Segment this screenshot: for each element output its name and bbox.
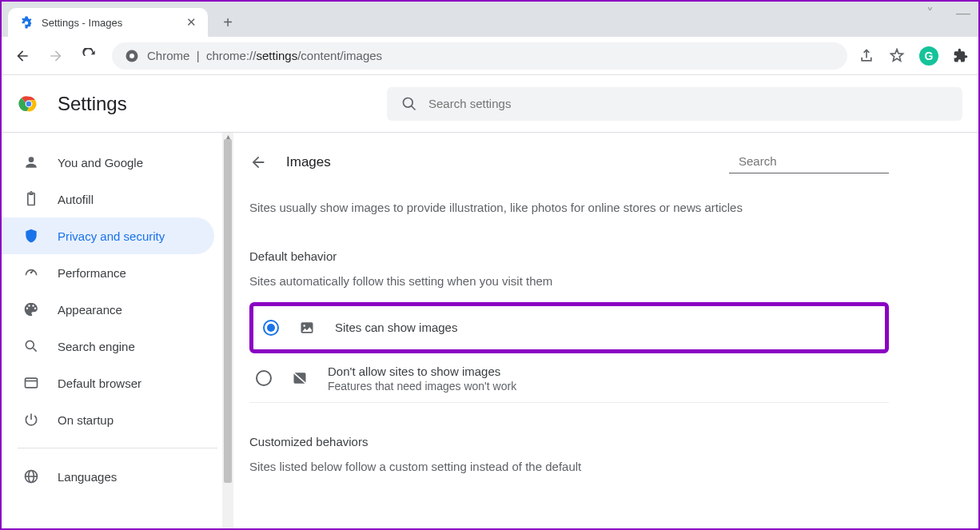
radio-unchecked-icon <box>256 370 272 386</box>
reload-button[interactable] <box>78 45 101 67</box>
tab-strip: Settings - Images ✕ + <box>2 2 978 37</box>
content-area: Images Sites usually show images to prov… <box>233 133 978 528</box>
caret-down-icon[interactable]: ˅ <box>926 5 934 22</box>
svg-line-9 <box>34 349 37 352</box>
search-icon <box>22 337 40 355</box>
sidebar-scrollbar-track[interactable]: ▴ <box>222 133 233 528</box>
radio-sublabel: Features that need images won't work <box>328 380 516 393</box>
default-behavior-heading: Default behavior <box>249 249 889 263</box>
svg-point-1 <box>129 54 134 58</box>
svg-point-18 <box>303 325 305 327</box>
content-header: Images <box>249 150 889 173</box>
sidebar-item-label: On startup <box>58 413 114 427</box>
sidebar-item-privacy-security[interactable]: Privacy and security <box>2 217 214 254</box>
chrome-icon <box>125 49 139 63</box>
content-title: Images <box>286 154 331 170</box>
sidebar-scrollbar-thumb[interactable] <box>224 139 232 483</box>
minimize-icon[interactable]: ― <box>956 5 970 22</box>
toolbar-actions: G <box>858 46 969 66</box>
close-tab-icon[interactable]: ✕ <box>186 15 197 30</box>
person-icon <box>22 153 40 171</box>
radio-checked-icon <box>263 320 279 336</box>
default-behavior-subtext: Sites automatically follow this setting … <box>249 274 889 288</box>
svg-point-8 <box>26 341 34 349</box>
clipboard-icon <box>22 190 40 208</box>
chrome-logo-icon <box>18 93 40 115</box>
content-search-input[interactable] <box>739 154 890 168</box>
radio-text-block: Don't allow sites to show images Feature… <box>328 365 516 393</box>
radio-option-allow-images[interactable]: Sites can show images <box>257 309 882 346</box>
radio-label: Don't allow sites to show images <box>328 365 516 378</box>
share-icon[interactable] <box>858 48 874 64</box>
image-icon <box>298 319 316 337</box>
sidebar-divider <box>18 448 217 448</box>
settings-gear-icon <box>19 15 34 30</box>
sidebar-item-label: You and Google <box>58 156 143 169</box>
sidebar-item-label: Autofill <box>58 193 94 206</box>
sidebar-item-on-startup[interactable]: On startup <box>2 401 214 438</box>
svg-rect-10 <box>26 378 38 388</box>
sidebar: You and Google Autofill Privacy and secu… <box>2 133 233 528</box>
search-settings-input[interactable] <box>428 97 948 110</box>
customized-behaviors-heading: Customized behaviors <box>249 435 889 448</box>
address-bar[interactable]: Chrome | chrome://settings/content/image… <box>112 42 847 70</box>
grammarly-extension-icon[interactable]: G <box>919 46 938 66</box>
forward-button[interactable] <box>45 45 67 67</box>
power-icon <box>22 411 40 428</box>
sidebar-item-label: Languages <box>58 470 117 484</box>
bookmark-star-icon[interactable] <box>889 48 905 64</box>
page-title: Settings <box>58 93 127 115</box>
svg-point-7 <box>30 272 33 274</box>
omnibox-text: Chrome | chrome://settings/content/image… <box>147 49 382 62</box>
highlight-annotation: Sites can show images <box>249 302 889 353</box>
content-back-button[interactable] <box>249 153 267 171</box>
browser-tab[interactable]: Settings - Images ✕ <box>8 8 208 37</box>
sidebar-item-label: Appearance <box>58 303 122 317</box>
radio-option-block-images[interactable]: Don't allow sites to show images Feature… <box>249 355 889 403</box>
image-blocked-icon <box>291 369 309 387</box>
content-search-box[interactable] <box>729 150 889 173</box>
sidebar-item-label: Privacy and security <box>58 229 165 243</box>
palette-icon <box>22 301 40 318</box>
window-controls: ˅ ― <box>926 5 970 22</box>
extensions-icon[interactable] <box>953 48 969 64</box>
new-tab-button[interactable]: + <box>216 10 240 34</box>
svg-point-5 <box>404 98 413 107</box>
back-button[interactable] <box>11 45 34 67</box>
sidebar-item-autofill[interactable]: Autofill <box>2 181 214 217</box>
sidebar-item-search-engine[interactable]: Search engine <box>2 328 214 365</box>
customized-behaviors-subtext: Sites listed below follow a custom setti… <box>249 460 889 473</box>
tab-title: Settings - Images <box>42 17 178 29</box>
sidebar-item-label: Default browser <box>58 377 141 390</box>
sidebar-item-languages[interactable]: Languages <box>2 458 214 495</box>
radio-label: Sites can show images <box>335 321 457 334</box>
settings-header: Settings <box>2 75 978 133</box>
sidebar-item-performance[interactable]: Performance <box>2 254 214 291</box>
search-icon <box>401 96 417 112</box>
toolbar: Chrome | chrome://settings/content/image… <box>2 37 978 75</box>
svg-line-6 <box>412 106 416 110</box>
page-description: Sites usually show images to provide ill… <box>249 199 889 217</box>
shield-icon <box>22 227 40 245</box>
speedometer-icon <box>22 264 40 281</box>
globe-icon <box>22 468 40 485</box>
sidebar-item-label: Performance <box>58 266 126 280</box>
sidebar-item-you-and-google[interactable]: You and Google <box>2 144 214 181</box>
search-settings-box[interactable] <box>387 87 962 121</box>
sidebar-item-default-browser[interactable]: Default browser <box>2 365 214 401</box>
sidebar-item-appearance[interactable]: Appearance <box>2 291 214 328</box>
sidebar-item-label: Search engine <box>58 340 135 353</box>
browser-window-icon <box>22 374 40 392</box>
